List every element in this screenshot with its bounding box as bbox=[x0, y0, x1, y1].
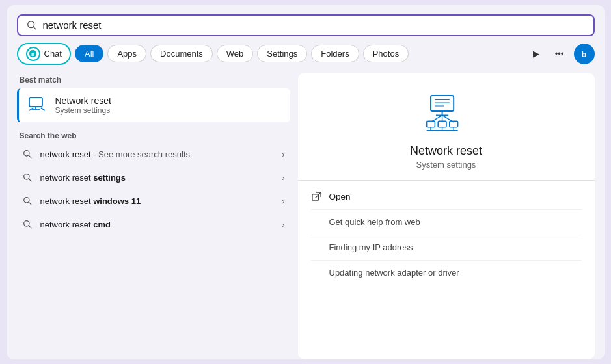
quick-help-icon bbox=[311, 216, 323, 228]
web-result-text-3: network reset windows 11 bbox=[40, 196, 276, 206]
svg-line-12 bbox=[29, 155, 31, 158]
action-finding-ip-label: Finding my IP address bbox=[329, 242, 413, 252]
best-match-card[interactable]: Network reset System settings bbox=[17, 88, 290, 122]
web-search-icon-2 bbox=[22, 172, 34, 184]
web-result-arrow-2: › bbox=[282, 173, 284, 183]
action-quick-help[interactable]: Get quick help from web bbox=[311, 210, 582, 235]
filter-folders-label: Folders bbox=[321, 49, 349, 58]
main-content: Best match Network reset System settings bbox=[17, 73, 595, 359]
right-actions: Open Get quick help from web Finding my … bbox=[298, 185, 595, 285]
right-hero: Network reset System settings bbox=[298, 73, 595, 181]
filter-all[interactable]: All bbox=[75, 45, 103, 62]
filter-web-label: Web bbox=[226, 49, 244, 58]
action-open-label: Open bbox=[329, 192, 351, 202]
search-input[interactable] bbox=[43, 20, 586, 31]
web-result-item[interactable]: network reset settings › bbox=[17, 166, 290, 190]
result-text-3a: network reset bbox=[40, 196, 94, 206]
web-result-arrow-3: › bbox=[282, 196, 284, 206]
result-text-2b: settings bbox=[93, 173, 126, 183]
web-result-item[interactable]: network reset - See more search results … bbox=[17, 143, 290, 166]
web-results: network reset - See more search results … bbox=[17, 143, 290, 237]
filter-documents[interactable]: Documents bbox=[150, 45, 213, 62]
filter-chat[interactable]: b Chat bbox=[17, 43, 71, 65]
filter-all-label: All bbox=[85, 49, 94, 58]
more-button[interactable]: ••• bbox=[550, 45, 569, 63]
search-bar bbox=[17, 14, 595, 36]
bing-b-icon: b bbox=[29, 49, 37, 58]
result-text-4b: cmd bbox=[93, 220, 111, 229]
result-text-2a: network reset bbox=[40, 173, 94, 183]
filter-bar: b Chat All Apps Documents Web Settings F… bbox=[17, 43, 595, 65]
result-text-4a: network reset bbox=[40, 220, 94, 229]
web-result-arrow-4: › bbox=[282, 220, 284, 229]
finding-ip-icon bbox=[311, 242, 323, 254]
svg-line-10 bbox=[41, 108, 45, 110]
web-result-arrow-1: › bbox=[282, 150, 284, 159]
svg-rect-19 bbox=[431, 96, 454, 111]
external-link-icon bbox=[311, 191, 323, 203]
svg-line-1 bbox=[33, 27, 36, 29]
filter-folders[interactable]: Folders bbox=[311, 45, 359, 62]
result-text-3b: windows 11 bbox=[93, 196, 141, 206]
svg-line-14 bbox=[29, 179, 31, 181]
web-search-icon-3 bbox=[22, 196, 34, 207]
filter-photos[interactable]: Photos bbox=[363, 45, 409, 62]
chat-icon-circle: b bbox=[26, 47, 40, 61]
web-result-text-2: network reset settings bbox=[40, 173, 276, 183]
filter-settings[interactable]: Settings bbox=[257, 45, 307, 62]
play-button[interactable]: ▶ bbox=[527, 45, 545, 63]
network-adapter-icon bbox=[311, 267, 323, 279]
filter-apps-label: Apps bbox=[117, 49, 137, 58]
best-match-text: Network reset System settings bbox=[55, 96, 111, 115]
search-panel: b Chat All Apps Documents Web Settings F… bbox=[7, 5, 605, 359]
network-settings-icon bbox=[27, 95, 48, 116]
svg-rect-6 bbox=[29, 98, 42, 107]
filter-web[interactable]: Web bbox=[217, 45, 254, 62]
best-match-label: Best match bbox=[17, 75, 290, 84]
filter-photos-label: Photos bbox=[373, 49, 399, 58]
bing-logo-icon: b bbox=[577, 47, 591, 61]
bing-icon-button[interactable]: b bbox=[574, 44, 595, 64]
search-web-label: Search the web bbox=[17, 131, 290, 140]
best-match-subtitle: System settings bbox=[55, 106, 111, 115]
svg-line-16 bbox=[29, 202, 31, 205]
action-quick-help-label: Get quick help from web bbox=[329, 217, 420, 227]
filter-settings-label: Settings bbox=[267, 49, 297, 58]
web-result-item[interactable]: network reset windows 11 › bbox=[17, 190, 290, 213]
web-result-item[interactable]: network reset cmd › bbox=[17, 213, 290, 237]
chat-label: Chat bbox=[44, 49, 62, 58]
svg-line-18 bbox=[29, 226, 31, 228]
result-text-1a: network reset bbox=[40, 150, 91, 159]
right-hero-subtitle: System settings bbox=[416, 160, 476, 170]
result-text-1b: - See more search results bbox=[91, 150, 190, 159]
search-icon bbox=[26, 20, 38, 31]
action-finding-ip[interactable]: Finding my IP address bbox=[311, 235, 582, 261]
web-result-text-1: network reset - See more search results bbox=[40, 150, 276, 159]
action-network-adapter-label: Updating network adapter or driver bbox=[329, 268, 459, 278]
action-open[interactable]: Open bbox=[311, 185, 582, 210]
web-search-icon-4 bbox=[22, 219, 34, 231]
best-match-title: Network reset bbox=[55, 96, 111, 106]
filter-documents-label: Documents bbox=[160, 49, 203, 58]
action-network-adapter[interactable]: Updating network adapter or driver bbox=[311, 261, 582, 285]
left-panel: Best match Network reset System settings bbox=[17, 73, 290, 359]
network-reset-hero-icon bbox=[420, 91, 472, 136]
svg-text:b: b bbox=[581, 49, 586, 58]
right-panel: Network reset System settings Open bbox=[298, 73, 595, 359]
filter-apps[interactable]: Apps bbox=[107, 45, 146, 62]
filter-right: ▶ ••• b bbox=[527, 44, 595, 64]
svg-text:b: b bbox=[31, 51, 34, 57]
search-bar-row bbox=[17, 14, 595, 36]
web-search-icon-1 bbox=[22, 149, 34, 161]
right-hero-title: Network reset bbox=[410, 144, 482, 158]
web-result-text-4: network reset cmd bbox=[40, 220, 276, 229]
